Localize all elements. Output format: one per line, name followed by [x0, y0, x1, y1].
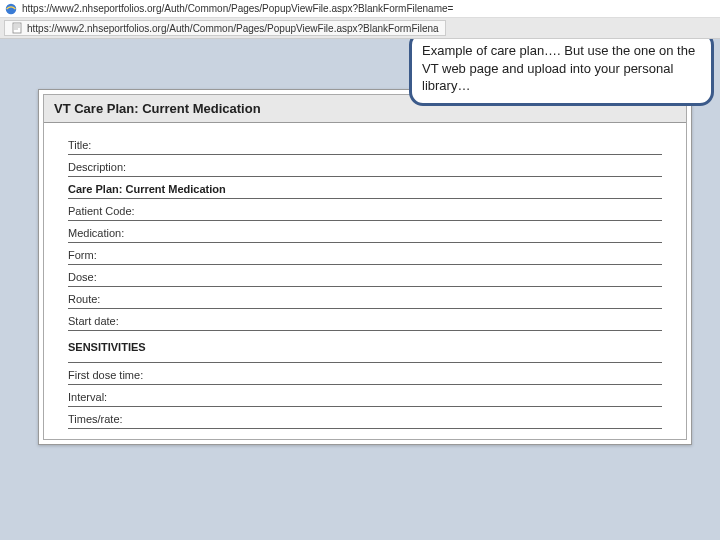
field-form: Form: [68, 243, 662, 265]
content-area: Example of care plan…. But use the one o… [0, 39, 720, 540]
field-description: Description: [68, 155, 662, 177]
field-interval: Interval: [68, 385, 662, 407]
document: VT Care Plan: Current Medication Title: … [38, 89, 692, 445]
page-icon [11, 22, 23, 34]
field-times-rate: Times/rate: [68, 407, 662, 429]
field-label: Times/rate: [68, 413, 123, 425]
tab-bar: https://www2.nhseportfolios.org/Auth/Com… [0, 18, 720, 38]
field-label: First dose time: [68, 369, 143, 381]
browser-icon [4, 2, 18, 16]
field-care-plan: Care Plan: Current Medication [68, 177, 662, 199]
field-label: Start date: [68, 315, 119, 327]
field-label: Patient Code: [68, 205, 135, 217]
field-start-date: Start date: [68, 309, 662, 331]
field-title: Title: [68, 133, 662, 155]
document-body: Title: Description: Care Plan: Current M… [44, 123, 686, 439]
callout-text: Example of care plan…. But use the one o… [422, 43, 695, 93]
field-label: Title: [68, 139, 91, 151]
address-url: https://www2.nhseportfolios.org/Auth/Com… [22, 3, 453, 14]
field-dose: Dose: [68, 265, 662, 287]
browser-tab[interactable]: https://www2.nhseportfolios.org/Auth/Com… [4, 20, 446, 36]
field-medication: Medication: [68, 221, 662, 243]
field-label: Medication: [68, 227, 124, 239]
field-label: Dose: [68, 271, 97, 283]
field-first-dose-time: First dose time: [68, 363, 662, 385]
svg-rect-1 [13, 23, 21, 33]
field-label: Care Plan: Current Medication [68, 183, 226, 195]
field-route: Route: [68, 287, 662, 309]
annotation-callout: Example of care plan…. But use the one o… [409, 39, 714, 106]
field-label: Form: [68, 249, 97, 261]
section-sensitivities: SENSITIVITIES [68, 331, 662, 357]
field-patient-code: Patient Code: [68, 199, 662, 221]
browser-chrome: https://www2.nhseportfolios.org/Auth/Com… [0, 0, 720, 39]
tab-title: https://www2.nhseportfolios.org/Auth/Com… [27, 23, 439, 34]
field-label: Interval: [68, 391, 107, 403]
field-label: Route: [68, 293, 100, 305]
field-label: Description: [68, 161, 126, 173]
address-bar[interactable]: https://www2.nhseportfolios.org/Auth/Com… [0, 0, 720, 18]
